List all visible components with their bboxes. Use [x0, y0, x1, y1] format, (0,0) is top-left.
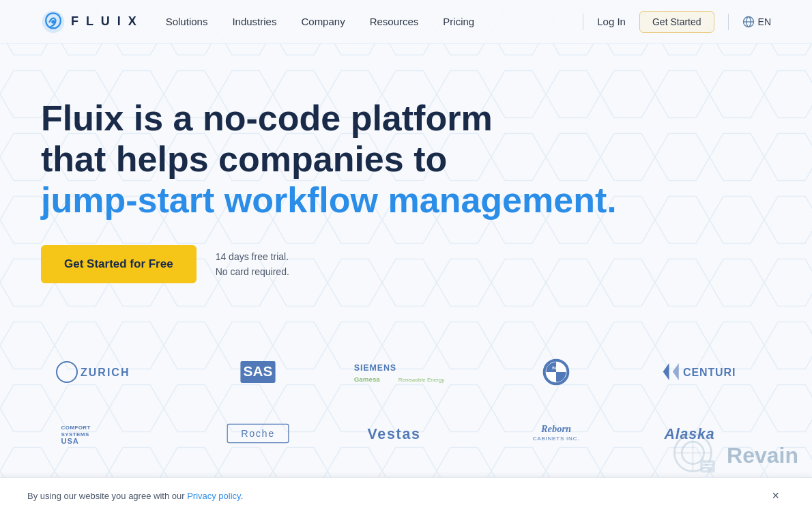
revain-watermark: Revain [671, 431, 798, 480]
trial-line2: No card required. [216, 264, 289, 279]
nav-company[interactable]: Company [301, 16, 345, 27]
revain-text: Revain [727, 443, 798, 468]
svg-text:ZURICH: ZURICH [81, 367, 130, 378]
svg-text:COMFORT: COMFORT [61, 425, 91, 431]
trial-info: 14 days free trial. No card required. [216, 249, 289, 280]
lang-label: EN [758, 16, 771, 27]
svg-text:USA: USA [61, 438, 79, 446]
roche-logo: Roche [212, 413, 304, 454]
sas-logo: SAS [222, 352, 293, 392]
svg-text:Renewable Energy: Renewable Energy [398, 377, 444, 383]
hero-title: Fluix is a no-code platform that helps c… [41, 98, 771, 220]
svg-text:CABINETS INC.: CABINETS INC. [533, 436, 580, 442]
hero-cta-row: Get Started for Free 14 days free trial.… [41, 245, 771, 283]
cookie-text: By using our website you agree with our … [27, 491, 243, 501]
svg-text:SIEMENS: SIEMENS [353, 363, 396, 373]
get-started-nav-button[interactable]: Get Started [639, 11, 714, 33]
privacy-policy-link[interactable]: Privacy policy [187, 491, 241, 501]
hero-section: Fluix is a no-code platform that helps c… [0, 44, 812, 324]
svg-text:SAS: SAS [244, 364, 273, 380]
logo-link[interactable]: F L U I X [41, 10, 139, 34]
comfort-systems-logo: COMFORT SYSTEMS USA [46, 413, 172, 454]
nav-resources[interactable]: Resources [370, 16, 419, 27]
nav-divider-2 [728, 14, 729, 30]
cookie-banner: By using our website you agree with our … [0, 477, 812, 514]
revain-icon [671, 431, 720, 480]
login-button[interactable]: Log In [597, 16, 626, 27]
svg-text:Reborn: Reborn [540, 423, 571, 434]
svg-text:BMW: BMW [552, 367, 560, 370]
hero-title-blue: jump-start workflow management. [41, 180, 621, 221]
siemens-gamesa-logo: SIEMENS Gamesa Renewable Energy [339, 352, 476, 392]
svg-point-5 [57, 362, 77, 382]
svg-text:Gamesa: Gamesa [353, 375, 380, 383]
svg-marker-16 [672, 364, 678, 381]
reborn-cabinets-logo: Reborn CABINETS INC. [499, 413, 613, 454]
logo-text: F L U I X [71, 14, 139, 29]
get-started-free-button[interactable]: Get Started for Free [41, 245, 197, 283]
nav-links: Solutions Industries Company Resources P… [166, 16, 583, 27]
hero-title-dark-line2: that helps companies to [41, 139, 519, 180]
logos-grid: ZURICH SAS SIEMENS Gamesa Renewable Ener… [41, 352, 771, 454]
navbar: F L U I X Solutions Industries Company R… [0, 0, 812, 44]
cookie-close-button[interactable]: × [766, 487, 785, 504]
globe-icon [742, 16, 755, 28]
trial-line1: 14 days free trial. [216, 249, 289, 264]
nav-solutions[interactable]: Solutions [166, 16, 208, 27]
svg-text:CENTURI: CENTURI [683, 367, 736, 378]
centuri-logo: CENTURI [642, 352, 766, 392]
svg-point-1 [51, 20, 55, 23]
svg-text:Roche: Roche [242, 428, 276, 439]
hero-title-dark-line1: Fluix is a no-code platform [41, 98, 519, 139]
nav-right: Log In Get Started EN [583, 11, 771, 33]
nav-industries[interactable]: Industries [232, 16, 276, 27]
bmw-logo: BMW [529, 352, 583, 392]
vestas-logo: Vestas [351, 413, 463, 454]
svg-text:Vestas: Vestas [368, 427, 421, 443]
svg-marker-15 [663, 364, 669, 381]
nav-divider [583, 14, 583, 30]
nav-pricing[interactable]: Pricing [443, 16, 474, 27]
fluix-logo-icon [41, 10, 66, 34]
language-selector[interactable]: EN [742, 16, 771, 28]
zurich-logo: ZURICH [41, 352, 177, 392]
